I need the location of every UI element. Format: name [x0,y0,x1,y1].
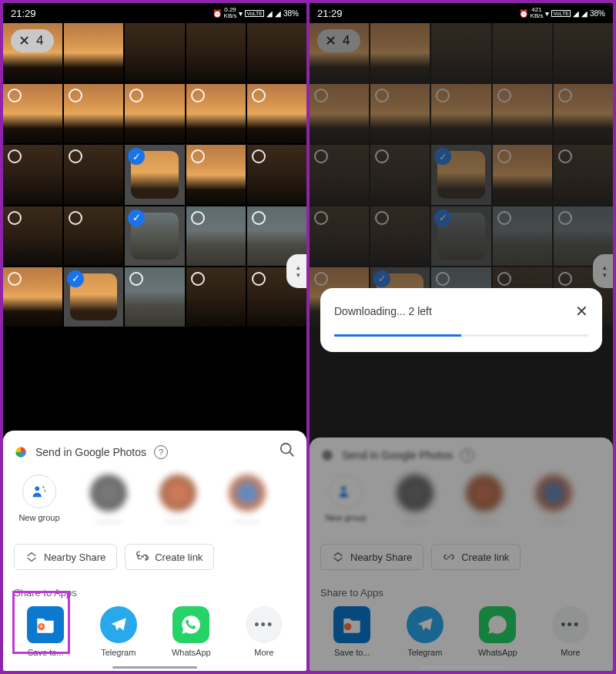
svg-point-4 [322,450,333,461]
highlight-box [12,591,70,654]
contact-name: ——— [166,516,191,525]
avatar [90,474,127,511]
link-icon [136,551,149,563]
status-bar: 21:29 ⏰ 0.29 KB/s ▾ VoLTE ◢ ◢ 38% [3,3,306,23]
wifi-icon: ▾ [239,9,243,18]
avatar [229,474,266,511]
new-group-icon [22,474,56,508]
status-right: ⏰ 421 KB/s ▾ VoLTE ◢ ◢ 38% [519,7,605,19]
photo-cell-selected[interactable]: ✓ [125,206,184,266]
nearby-share-button: Nearby Share [320,544,424,570]
nearby-share-button[interactable]: Nearby Share [14,544,117,570]
clock: 21:29 [317,8,519,19]
contact-name: ——— [235,516,260,525]
phone-left: 21:29 ⏰ 0.29 KB/s ▾ VoLTE ◢ ◢ 38% ✓ ✓ [3,3,306,671]
svg-line-1 [290,452,294,457]
progress-bar [334,334,588,337]
photo-cell[interactable] [186,206,246,266]
photo-cell[interactable] [125,84,184,143]
alarm-icon: ⏰ [519,9,528,18]
telegram-icon [100,606,137,643]
signal-icon-2: ◢ [275,9,281,18]
signal-icon-2: ◢ [581,9,588,18]
close-icon: ✕ [325,34,336,48]
nearby-icon [25,551,38,563]
create-link-button: Create link [431,544,521,570]
net-speed: 0.29 KB/s [224,7,237,19]
avatar [159,474,196,511]
photo-cell[interactable] [3,267,62,327]
signal-icon: ◢ [573,9,579,18]
check-icon: ✓ [67,270,84,287]
photo-cell[interactable] [247,145,306,204]
action-row: Nearby Share Create link [3,536,306,581]
share-title: Send in Google Photos [35,446,146,458]
svg-point-0 [281,444,291,454]
download-dialog: Downloading... 2 left ✕ [320,288,602,352]
share-header: Send in Google Photos ? [3,441,306,471]
fast-scroll-button[interactable]: ▴▾ [286,254,306,288]
volte-icon: VoLTE [551,10,571,17]
share-sheet: Send in Google Photos ? New group ——— ——… [310,438,613,671]
svg-point-6 [344,623,351,630]
photo-cell[interactable] [64,23,123,82]
selection-chip[interactable]: ✕ 4 [11,29,54,52]
photo-cell[interactable] [64,206,123,266]
photo-cell[interactable] [125,267,184,327]
photo-cell[interactable] [125,23,184,82]
nav-bar[interactable] [419,666,504,669]
app-whatsapp[interactable]: WhatsApp [160,606,222,657]
help-icon[interactable]: ? [154,445,168,459]
close-icon[interactable]: ✕ [575,302,588,320]
photo-cell-selected[interactable]: ✓ [125,145,184,204]
contact-name: ——— [96,516,122,525]
svg-point-5 [341,486,346,491]
fast-scroll-button: ▴▾ [593,254,613,288]
selection-count: 4 [36,33,43,49]
selection-count: 4 [343,33,350,49]
new-group-button[interactable]: New group [14,474,65,525]
app-more[interactable]: ••• More [233,606,295,657]
photo-cell[interactable] [247,84,306,143]
volte-icon: VoLTE [245,10,264,17]
signal-icon: ◢ [266,9,273,18]
photo-cell[interactable] [247,23,306,82]
alarm-icon: ⏰ [213,9,222,18]
progress-fill [334,334,461,337]
contact-item[interactable]: ——— [152,474,203,525]
contacts-row: New group ——— ——— ——— [3,471,306,536]
photo-cell-selected[interactable]: ✓ [64,267,123,327]
net-speed: 421 KB/s [531,7,544,19]
new-group-label: New group [18,513,59,522]
phone-right: 21:29 ⏰ 421 KB/s ▾ VoLTE ◢ ◢ 38% ✓ ✓ ✓ ✕… [310,3,613,671]
wifi-icon: ▾ [545,9,549,18]
app-telegram[interactable]: Telegram [88,606,149,657]
status-bar: 21:29 ⏰ 421 KB/s ▾ VoLTE ◢ ◢ 38% [310,3,613,23]
status-right: ⏰ 0.29 KB/s ▾ VoLTE ◢ ◢ 38% [213,7,299,19]
photo-cell[interactable] [186,145,246,204]
more-icon: ••• [246,606,283,643]
search-icon[interactable] [279,441,296,462]
photo-cell[interactable] [64,84,123,143]
close-icon[interactable]: ✕ [18,34,30,48]
check-icon: ✓ [128,210,145,226]
contact-item[interactable]: ——— [222,474,273,525]
photo-cell[interactable] [3,84,62,143]
photo-cell[interactable] [186,267,246,327]
whatsapp-icon [172,606,209,643]
photo-cell[interactable] [186,23,246,82]
photo-grid[interactable]: ✓ ✓ ✓ [3,23,306,327]
photo-cell[interactable] [3,145,62,204]
nav-bar[interactable] [112,666,197,669]
battery-percent: 38% [283,9,299,18]
download-text: Downloading... 2 left [334,305,432,317]
photo-cell[interactable] [64,145,123,204]
clock: 21:29 [11,8,213,19]
photo-cell[interactable] [186,84,246,143]
selection-chip: ✕ 4 [317,29,360,52]
svg-point-2 [35,486,39,491]
photo-cell[interactable] [3,206,62,266]
create-link-button[interactable]: Create link [125,544,214,570]
contact-item[interactable]: ——— [83,474,134,525]
battery-percent: 38% [590,9,605,18]
